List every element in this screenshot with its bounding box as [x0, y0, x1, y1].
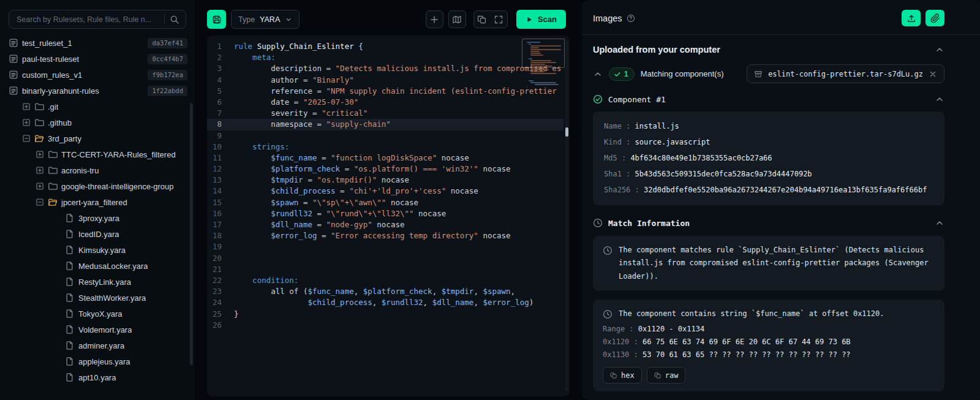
code-line[interactable]: 24 $child_process, $rundll32, $dll_name,… — [207, 297, 564, 308]
code-line[interactable]: 21 — [207, 264, 564, 275]
code-line[interactable]: 4 author = "Binarly" — [207, 75, 564, 86]
collapse-match-info-icon[interactable] — [935, 218, 944, 228]
hex-view-button[interactable]: hex — [603, 367, 642, 383]
search-input[interactable] — [17, 15, 159, 24]
tree-item[interactable]: .github — [0, 115, 195, 130]
code-line[interactable]: 9 — [207, 130, 564, 142]
code-line[interactable]: 26 — [207, 320, 564, 331]
file-icon — [65, 341, 75, 350]
match-string-card: The component contains string `$func_nam… — [593, 300, 944, 391]
minimap-line — [529, 80, 533, 81]
upload-button[interactable] — [902, 10, 921, 26]
line-number: 24 — [207, 297, 234, 308]
tree-item[interactable]: applejeus.yara — [0, 353, 195, 369]
hex-raw-buttons: hexraw — [603, 367, 935, 383]
code-line[interactable]: 16 $rundll32 = "\"rund\"+\"ll32\"" nocas… — [207, 208, 564, 219]
tree-item[interactable]: RestyLink.yara — [0, 274, 195, 290]
scan-button[interactable]: Scan — [516, 10, 566, 29]
tree-item[interactable]: MedusaLocker.yara — [0, 258, 195, 274]
line-number: 15 — [207, 197, 234, 208]
code-line[interactable]: 6 date = "2025-07-30" — [207, 97, 564, 108]
line-number: 20 — [207, 253, 234, 264]
code-line[interactable]: 23 all of ($func_name, $platform_check, … — [207, 286, 564, 297]
fullscreen-button[interactable] — [491, 11, 507, 28]
code-line[interactable]: 12 $platform_check = "os.platform() === … — [207, 164, 564, 175]
tree-item[interactable]: test_ruleset_1da37ef41 — [0, 35, 195, 51]
minimap-viewport[interactable] — [522, 39, 565, 68]
close-icon[interactable] — [929, 70, 937, 78]
code-line[interactable]: 22 condition: — [207, 275, 564, 286]
field-value: install.js — [635, 122, 679, 130]
map-button[interactable] — [448, 10, 466, 28]
ruleset-icon — [9, 86, 18, 96]
code-line[interactable]: 8 namespace = "supply-chain" — [207, 119, 564, 130]
folder-icon — [48, 149, 58, 159]
tree-item[interactable]: StealthWorker.yara — [0, 290, 195, 306]
raw-view-button[interactable]: raw — [647, 367, 686, 383]
tree-item[interactable]: IcedID.yara — [0, 226, 195, 242]
tree-item[interactable]: binarly-yarahunt-rules1f22abdd — [0, 83, 195, 99]
code-line[interactable]: 1rule Supply_Chain_Eslinter { — [207, 41, 564, 52]
code-line[interactable]: 18 $error_log = "Error accessing temp di… — [207, 230, 564, 241]
save-button[interactable] — [207, 10, 226, 29]
code-editor[interactable]: 1rule Supply_Chain_Eslinter {2 meta:3 de… — [207, 36, 570, 396]
code-line[interactable]: 7 severity = "critical" — [207, 108, 564, 119]
code-line[interactable]: 14 $child_process = "chi'+'ld_pro'+'cess… — [207, 186, 564, 197]
code-line[interactable]: 17 $dll_name = "node-gyp" nocase — [207, 219, 564, 230]
search-icon[interactable] — [170, 15, 179, 25]
code-line[interactable]: 10 strings: — [207, 142, 564, 153]
ruleset-icon — [9, 54, 18, 64]
tree-item[interactable]: 3rd_party — [0, 130, 195, 146]
collapse-uploaded-icon[interactable] — [935, 45, 944, 55]
collapse-component-icon[interactable] — [935, 94, 944, 104]
minimap-line — [530, 71, 545, 72]
tree-item[interactable]: paul-test-ruleset0cc4f4b7 — [0, 51, 195, 67]
minimap-line — [527, 86, 527, 87]
code-line[interactable]: 15 $spawn = "\"sp\"+\"awn\"" nocase — [207, 197, 564, 208]
tree-item[interactable]: Kimsuky.yara — [0, 242, 195, 258]
tree-item[interactable]: custom_rules_v1f9b172ea — [0, 67, 195, 83]
hex-row: 0x1120 : 66 75 6E 63 74 69 6F 6E 20 6C 6… — [603, 338, 935, 346]
add-button[interactable] — [426, 10, 443, 28]
line-text: $func_name = "function logDiskSpace" noc… — [234, 153, 469, 164]
code-line[interactable]: 3 description = "Detects malicious insta… — [207, 63, 564, 74]
tree-item[interactable]: 3proxy.yara — [0, 210, 195, 226]
code-line[interactable]: 11 $func_name = "function logDiskSpace" … — [207, 153, 564, 164]
tree-item[interactable]: acronis-tru — [0, 162, 195, 178]
scan-label: Scan — [538, 15, 557, 24]
attach-button[interactable] — [925, 10, 944, 26]
line-text: severity = "critical" — [234, 108, 368, 119]
code-line[interactable]: 20 — [207, 253, 564, 264]
file-icon — [65, 325, 75, 334]
plus-icon — [429, 15, 439, 25]
map-icon — [452, 15, 462, 25]
clock-icon — [593, 218, 603, 228]
tree-item[interactable]: adminer.yara — [0, 338, 195, 353]
tree-item[interactable]: .git — [0, 99, 195, 115]
tree-item[interactable]: Voldemort.yara — [0, 322, 195, 338]
collapse-matching-icon[interactable] — [593, 69, 603, 79]
code-line[interactable]: 13 $tmpdir = "os.tmpdir()" nocase — [207, 175, 564, 186]
code-line[interactable]: 2 meta: — [207, 52, 564, 63]
tree-item[interactable]: apt10.yara — [0, 369, 195, 385]
help-icon[interactable] — [627, 14, 635, 23]
code-line[interactable]: 25} — [207, 309, 564, 320]
sidebar-scrollbar[interactable] — [190, 103, 193, 365]
hex-row-value: 66 75 6E 63 74 69 6F 6E 20 6C 6F 67 44 6… — [643, 338, 851, 346]
editor-scrollbar[interactable] — [565, 40, 568, 391]
copy-code-button[interactable] — [474, 11, 491, 28]
editor-panel: Type YARA Scan 1rule Supply_Chain_Eslint… — [200, 0, 575, 400]
code-line[interactable]: 5 reference = "NPM supply chain incident… — [207, 86, 564, 97]
uploaded-file-chip[interactable]: eslint-config-prettier.tar-s7dLu.gz — [747, 64, 944, 83]
tree-item[interactable]: google-threat-intelligence-group — [0, 178, 195, 194]
tree-item[interactable]: jpcert-yara_filtered — [0, 194, 195, 210]
file-icon — [65, 309, 75, 319]
ruleset-icon — [9, 38, 18, 48]
editor-scrollbar-thumb[interactable] — [565, 127, 568, 137]
tree-item[interactable]: TokyoX.yara — [0, 306, 195, 322]
code-line[interactable]: 19 — [207, 241, 564, 252]
line-text: description = "Detects malicious install… — [234, 63, 561, 74]
type-select[interactable]: Type YARA — [231, 10, 300, 29]
folderopen-icon — [34, 134, 44, 143]
tree-item[interactable]: TTC-CERT-YARA-Rules_filtered — [0, 146, 195, 162]
